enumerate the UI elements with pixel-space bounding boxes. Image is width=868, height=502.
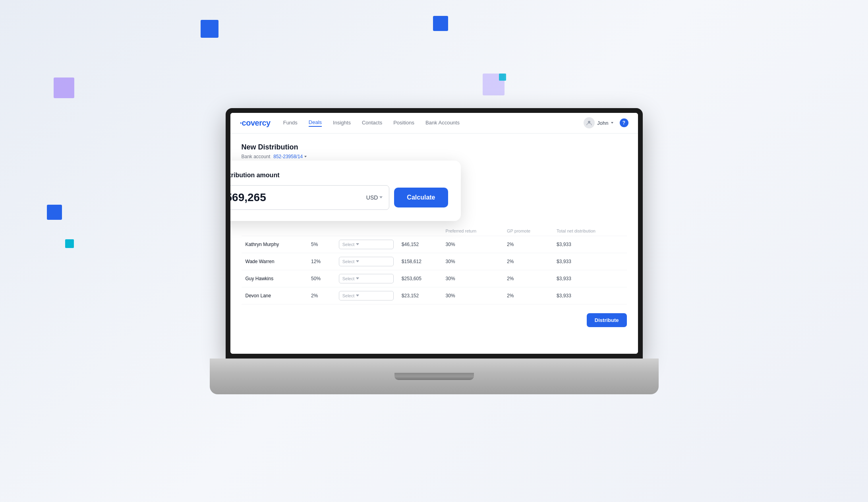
nav-logo: ·covercy bbox=[240, 118, 271, 128]
laptop-base bbox=[210, 359, 659, 394]
laptop-screen-outer: ·covercy Funds Deals Insights Contacts P… bbox=[226, 108, 643, 359]
cell-pct: 50% bbox=[307, 270, 335, 287]
laptop-screen-inner: ·covercy Funds Deals Insights Contacts P… bbox=[230, 113, 638, 354]
currency-selector[interactable]: USD bbox=[366, 194, 383, 201]
dist-card-title: Distribution amount bbox=[230, 172, 448, 179]
cell-amount: $158,612 bbox=[398, 253, 442, 270]
bank-account-label: Bank account bbox=[242, 154, 271, 159]
col-total-net: Total net distribution bbox=[553, 226, 626, 236]
cell-amount: $23,152 bbox=[398, 287, 442, 304]
laptop-hinge bbox=[394, 373, 474, 380]
distribution-table: Preferred return GP promote Total net di… bbox=[242, 226, 627, 304]
col-amount bbox=[398, 226, 442, 236]
cell-gp-promote: 2% bbox=[503, 287, 553, 304]
nav-user-name: John bbox=[597, 120, 608, 126]
bank-account-number: 852-23958/14 bbox=[273, 154, 303, 159]
nav-bank-accounts[interactable]: Bank Accounts bbox=[425, 120, 460, 126]
nav-links: Funds Deals Insights Contacts Positions … bbox=[283, 119, 571, 127]
col-name bbox=[242, 226, 307, 236]
nav-help-button[interactable]: ? bbox=[620, 118, 628, 127]
cell-pct: 12% bbox=[307, 253, 335, 270]
select-chevron-3 bbox=[356, 295, 359, 297]
select-dropdown-3[interactable]: Select bbox=[339, 291, 394, 300]
nav-right: John ? bbox=[584, 117, 628, 128]
cell-preferred-return: 30% bbox=[442, 253, 503, 270]
dist-input-row: 569,265 USD Calculate bbox=[230, 185, 448, 210]
app-content: New Distribution Bank account 852-23958/… bbox=[230, 134, 638, 354]
select-dropdown-2[interactable]: Select bbox=[339, 274, 394, 283]
select-dropdown-0[interactable]: Select bbox=[339, 240, 394, 249]
deco-square-5 bbox=[47, 205, 62, 220]
cell-pct: 2% bbox=[307, 287, 335, 304]
select-label-3: Select bbox=[342, 293, 355, 298]
cell-total-net: $3,933 bbox=[553, 236, 626, 253]
cell-total-net: $3,933 bbox=[553, 287, 626, 304]
cell-select[interactable]: Select bbox=[335, 287, 398, 304]
select-label-1: Select bbox=[342, 259, 355, 264]
cell-gp-promote: 2% bbox=[503, 236, 553, 253]
cell-total-net: $3,933 bbox=[553, 270, 626, 287]
cell-gp-promote: 2% bbox=[503, 253, 553, 270]
calculate-button[interactable]: Calculate bbox=[394, 188, 448, 207]
table-row: Wade Warren 12% Select $158,612 30% 2% $… bbox=[242, 253, 627, 270]
distribution-table-section: Preferred return GP promote Total net di… bbox=[242, 226, 627, 327]
dist-amount: 569,265 bbox=[230, 191, 266, 204]
nav-funds[interactable]: Funds bbox=[283, 120, 298, 126]
cell-name: Wade Warren bbox=[242, 253, 307, 270]
distribution-card: Distribution amount 569,265 USD Calculat… bbox=[230, 161, 461, 221]
laptop: ·covercy Funds Deals Insights Contacts P… bbox=[226, 108, 643, 394]
table-row: Kathryn Murphy 5% Select $46,152 30% 2% … bbox=[242, 236, 627, 253]
select-label-0: Select bbox=[342, 242, 355, 247]
bank-account-row: Bank account 852-23958/14 bbox=[242, 154, 627, 159]
col-gp-promote: GP promote bbox=[503, 226, 553, 236]
col-preferred-return: Preferred return bbox=[442, 226, 503, 236]
dist-input-box[interactable]: 569,265 USD bbox=[230, 185, 390, 210]
logo-text: covercy bbox=[242, 118, 271, 127]
table-row: Guy Hawkins 50% Select $253,605 30% 2% $… bbox=[242, 270, 627, 287]
select-dropdown-1[interactable]: Select bbox=[339, 257, 394, 266]
select-chevron-1 bbox=[356, 260, 359, 262]
distribute-button[interactable]: Distribute bbox=[587, 313, 627, 327]
page-title: New Distribution bbox=[242, 143, 627, 151]
nav-positions[interactable]: Positions bbox=[393, 120, 414, 126]
select-label-2: Select bbox=[342, 276, 355, 281]
cell-gp-promote: 2% bbox=[503, 270, 553, 287]
btn-row: Distribute bbox=[242, 308, 627, 327]
select-chevron-0 bbox=[356, 243, 359, 245]
col-pct bbox=[307, 226, 335, 236]
app-nav: ·covercy Funds Deals Insights Contacts P… bbox=[230, 113, 638, 134]
cell-preferred-return: 30% bbox=[442, 236, 503, 253]
cell-select[interactable]: Select bbox=[335, 253, 398, 270]
cell-preferred-return: 30% bbox=[442, 287, 503, 304]
cell-name: Devon Lane bbox=[242, 287, 307, 304]
cell-select[interactable]: Select bbox=[335, 270, 398, 287]
col-select bbox=[335, 226, 398, 236]
cell-preferred-return: 30% bbox=[442, 270, 503, 287]
cell-name: Guy Hawkins bbox=[242, 270, 307, 287]
nav-contacts[interactable]: Contacts bbox=[362, 120, 382, 126]
cell-select[interactable]: Select bbox=[335, 236, 398, 253]
currency-label: USD bbox=[366, 194, 378, 201]
cell-amount: $46,152 bbox=[398, 236, 442, 253]
cell-amount: $253,605 bbox=[398, 270, 442, 287]
nav-user-menu[interactable]: John bbox=[584, 117, 613, 128]
bank-account-chevron bbox=[304, 156, 307, 157]
svg-point-0 bbox=[588, 121, 590, 123]
select-chevron-2 bbox=[356, 277, 359, 279]
bank-account-value[interactable]: 852-23958/14 bbox=[273, 154, 307, 159]
currency-chevron bbox=[379, 196, 383, 198]
nav-insights[interactable]: Insights bbox=[333, 120, 351, 126]
table-row: Devon Lane 2% Select $23,152 30% 2% $3,9… bbox=[242, 287, 627, 304]
nav-deals[interactable]: Deals bbox=[309, 119, 322, 127]
nav-avatar bbox=[584, 117, 595, 128]
cell-total-net: $3,933 bbox=[553, 253, 626, 270]
nav-user-chevron bbox=[611, 122, 613, 124]
cell-pct: 5% bbox=[307, 236, 335, 253]
cell-name: Kathryn Murphy bbox=[242, 236, 307, 253]
laptop-wrapper: ·covercy Funds Deals Insights Contacts P… bbox=[64, 24, 804, 478]
